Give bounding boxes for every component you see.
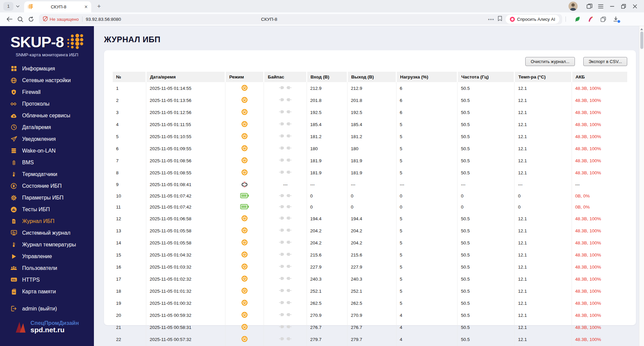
cell-input: 180 <box>307 142 347 155</box>
cell-load: 5 <box>396 237 458 249</box>
cell-mode <box>225 201 264 213</box>
sidebar-item-memory-card[interactable]: SDКарта памяти <box>0 286 94 297</box>
browser-tab[interactable]: СКУП-8 ✕ <box>24 1 91 12</box>
download-icon[interactable] <box>611 14 621 24</box>
table-body: 12025-11-05 01:14:55212.9212.9650.512.14… <box>113 82 627 346</box>
sidebar-item-ups-state[interactable]: Состояние ИБП <box>0 180 94 192</box>
cell-number: 15 <box>113 249 146 261</box>
sidebar-item-ups-params[interactable]: Параметры ИБП <box>0 192 94 204</box>
sidebar-item-system-journal[interactable]: Системный журнал <box>0 227 94 239</box>
clear-journal-button[interactable]: Очистить журнал... <box>525 57 575 66</box>
minimize-icon[interactable] <box>606 1 618 11</box>
tab-close-icon[interactable]: ✕ <box>84 4 88 9</box>
cell-temperature: 0 <box>515 190 572 201</box>
cell-temperature: 12.1 <box>515 213 572 225</box>
scrollbar-thumb[interactable] <box>640 32 643 49</box>
cell-output: 181.9 <box>347 167 396 179</box>
extension-2-icon[interactable] <box>585 14 595 24</box>
sidebar-item-firewall[interactable]: Firewall <box>0 86 94 98</box>
sidebar-item-info[interactable]: Информация <box>0 63 94 74</box>
plug-bypass-icon <box>279 289 291 294</box>
chevron-down-icon[interactable] <box>14 2 21 11</box>
extension-1-icon[interactable] <box>573 14 583 24</box>
cell-number: 13 <box>113 225 146 237</box>
sidebar-item-users[interactable]: Пользователи <box>0 262 94 274</box>
more-dots-icon[interactable]: ••• <box>488 16 494 22</box>
sidebar-item-label: Сетевые настройки <box>22 77 71 83</box>
sidebar-item-label: Термодатчики <box>22 171 57 177</box>
table-row: 22025-11-05 01:13:56201.8201.8650.512.14… <box>113 94 627 106</box>
new-tab-button[interactable]: + <box>94 1 104 11</box>
plug-bypass-icon <box>279 110 291 115</box>
cell-number: 17 <box>113 273 146 285</box>
cell-battery: 48.3В, 100% <box>572 273 627 285</box>
cell-frequency: 0 <box>458 190 515 201</box>
cell-temperature: 12.1 <box>515 118 572 130</box>
page-scrollbar[interactable] <box>639 26 644 346</box>
sidebar-item-label: BMS <box>22 160 34 166</box>
table-row: 82025-11-05 01:08:55181.9181.9550.512.14… <box>113 167 627 179</box>
cell-datetime: 2025-11-05 01:05:58 <box>146 225 225 237</box>
cell-battery: 48.3В, 100% <box>572 261 627 273</box>
cell-bypass <box>264 82 307 94</box>
sidebar-item-network[interactable]: Сетевые настройки <box>0 74 94 86</box>
cell-input: 192.5 <box>307 106 347 118</box>
cell-datetime: 2025-11-05 01:08:41 <box>146 179 225 190</box>
sidebar-item-datetime[interactable]: Дата/время <box>0 121 94 133</box>
cell-mode <box>225 237 264 249</box>
table-row: 32025-11-05 01:12:56192.5192.5650.512.14… <box>113 106 627 118</box>
cell-input: 276.7 <box>307 321 347 333</box>
panels-icon[interactable] <box>584 1 595 11</box>
power-mode-icon <box>241 111 248 116</box>
plug-bypass-icon <box>279 159 291 164</box>
column-header: Выход (В) <box>347 72 396 82</box>
sidebar-item-temp-journal[interactable]: Журнал температуры <box>0 239 94 250</box>
cell-bypass <box>264 213 307 225</box>
sidebar-item-thermo-sensors[interactable]: Термодатчики <box>0 168 94 180</box>
cell-datetime: 2025-11-05 01:01:32 <box>146 285 225 297</box>
sidebar-item-https[interactable]: SSLHTTPS <box>0 274 94 286</box>
cell-number: 3 <box>113 106 146 118</box>
address-bar[interactable]: Не защищено 93.92.83.56:8080 СКУП-8 ••• … <box>39 14 562 24</box>
avatar[interactable] <box>569 2 578 11</box>
sidebar-item-ups-tests[interactable]: Тесты ИБП <box>0 204 94 215</box>
cell-number: 12 <box>113 213 146 225</box>
extension-3-icon[interactable] <box>598 14 608 24</box>
plug-circle-icon <box>10 183 17 189</box>
cell-mode <box>225 285 264 297</box>
cell-battery: 48.3В, 100% <box>572 142 627 155</box>
sidebar-item-bms[interactable]: BMS <box>0 157 94 168</box>
menu-icon[interactable] <box>595 1 606 11</box>
sidebar-item-wol[interactable]: Wake-on-LAN <box>0 145 94 157</box>
search-icon[interactable] <box>15 14 25 24</box>
cell-battery: --- <box>572 179 627 190</box>
reload-icon[interactable] <box>25 14 36 24</box>
sidebar-item-protocols[interactable]: Протоколы <box>0 98 94 110</box>
cell-number: 7 <box>113 155 146 167</box>
cell-battery: 48.3В, 100% <box>572 285 627 297</box>
tab-group-button[interactable]: 1 <box>3 2 13 11</box>
cell-mode <box>225 118 264 130</box>
cell-frequency: 50.5 <box>458 213 515 225</box>
toolbar: Не защищено 93.92.83.56:8080 СКУП-8 ••• … <box>0 12 644 26</box>
security-chip[interactable]: Не защищено <box>43 16 79 22</box>
tab-title: СКУП-8 <box>33 4 84 9</box>
power-mode-icon <box>241 290 248 295</box>
sidebar-item-control[interactable]: Управление <box>0 250 94 262</box>
alice-label: Спросить Алису AI <box>517 17 555 22</box>
sidebar-item-ups-journal[interactable]: Журнал ИБП <box>0 215 94 227</box>
cell-temperature: 12.1 <box>515 94 572 106</box>
restore-icon[interactable] <box>618 1 629 11</box>
scrollbar-up-arrow-icon[interactable] <box>640 28 643 30</box>
export-csv-button[interactable]: Экспорт в CSV... <box>583 57 627 66</box>
sidebar-item-cloud[interactable]: Облачные сервисы <box>0 110 94 121</box>
sidebar-item-logout[interactable]: admin (выйти) <box>0 303 94 314</box>
cell-input: 0 <box>307 190 347 201</box>
vendor-logo[interactable]: СпецПромДизайн spd.net.ru <box>0 319 94 346</box>
back-icon[interactable] <box>4 14 15 24</box>
cell-load: 6 <box>396 94 458 106</box>
close-icon[interactable] <box>629 1 641 11</box>
ask-alice-button[interactable]: Спросить Алису AI <box>505 15 559 24</box>
bookmark-icon[interactable] <box>498 16 502 22</box>
sidebar-item-notifications[interactable]: Уведомления <box>0 133 94 145</box>
